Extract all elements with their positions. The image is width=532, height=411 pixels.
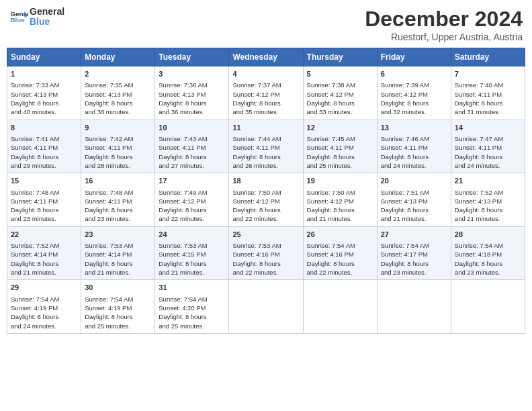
day-info-line: and 21 minutes.: [381, 214, 447, 223]
day-number: 1: [11, 69, 77, 79]
day-info-line: Daylight: 8 hours: [232, 205, 299, 214]
day-number: 6: [381, 69, 447, 79]
day-info-line: Sunset: 4:11 PM: [11, 143, 77, 152]
page-header: General Blue General Blue December 2024 …: [7, 7, 525, 42]
day-info-line: Daylight: 8 hours: [11, 152, 77, 161]
day-number: 27: [381, 230, 447, 240]
day-info-line: Sunrise: 7:53 AM: [85, 241, 151, 250]
day-info-line: Sunset: 4:13 PM: [455, 197, 521, 205]
day-info-line: Daylight: 8 hours: [232, 99, 299, 107]
day-info-line: Sunrise: 7:54 AM: [381, 241, 447, 250]
day-info-line: Sunrise: 7:48 AM: [85, 188, 151, 197]
day-info-line: Sunset: 4:16 PM: [232, 250, 299, 259]
day-info-line: Sunrise: 7:54 AM: [159, 295, 225, 304]
calendar-cell: [229, 280, 303, 334]
day-info-line: and 22 minutes.: [232, 268, 299, 277]
logo: General Blue General Blue: [9, 7, 64, 28]
day-info-line: Sunrise: 7:41 AM: [11, 134, 77, 143]
calendar-table: SundayMondayTuesdayWednesdayThursdayFrid…: [7, 48, 525, 334]
calendar-cell: 20Sunrise: 7:51 AMSunset: 4:13 PMDayligh…: [377, 173, 451, 227]
day-info-line: and 32 minutes.: [381, 107, 447, 116]
calendar-cell: 16Sunrise: 7:48 AMSunset: 4:11 PMDayligh…: [81, 173, 155, 227]
day-info-line: Sunset: 4:11 PM: [11, 197, 77, 205]
day-info-line: Sunset: 4:14 PM: [85, 250, 151, 259]
day-info-line: and 22 minutes.: [159, 214, 225, 223]
day-info-line: and 21 minutes.: [11, 268, 77, 277]
day-info-line: and 35 minutes.: [232, 107, 299, 116]
day-info-line: Sunset: 4:13 PM: [11, 90, 77, 99]
day-info-line: and 25 minutes.: [307, 161, 373, 170]
calendar-cell: [303, 280, 377, 334]
calendar-cell: 25Sunrise: 7:53 AMSunset: 4:16 PMDayligh…: [229, 226, 303, 280]
day-info-line: Sunrise: 7:53 AM: [159, 241, 225, 250]
day-number: 4: [232, 69, 299, 79]
day-number: 13: [381, 123, 447, 133]
day-info-line: Sunset: 4:11 PM: [307, 143, 373, 152]
day-info-line: and 23 minutes.: [381, 268, 447, 277]
day-number: 26: [307, 230, 373, 240]
calendar-cell: 28Sunrise: 7:54 AMSunset: 4:18 PMDayligh…: [451, 226, 525, 280]
calendar-cell: 22Sunrise: 7:52 AMSunset: 4:14 PMDayligh…: [7, 226, 81, 280]
calendar-cell: 31Sunrise: 7:54 AMSunset: 4:20 PMDayligh…: [155, 280, 229, 334]
day-number: 15: [11, 176, 77, 186]
day-info-line: and 29 minutes.: [11, 161, 77, 170]
day-info-line: Daylight: 8 hours: [159, 99, 225, 107]
day-info-line: Daylight: 8 hours: [455, 152, 521, 161]
day-info-line: and 23 minutes.: [455, 268, 521, 277]
day-info-line: and 21 minutes.: [307, 214, 373, 223]
day-info-line: Daylight: 8 hours: [232, 152, 299, 161]
day-info-line: and 23 minutes.: [85, 214, 151, 223]
day-info-line: Sunset: 4:13 PM: [85, 90, 151, 99]
day-info-line: and 25 minutes.: [159, 322, 225, 330]
day-info-line: Sunrise: 7:38 AM: [307, 81, 373, 89]
calendar-cell: 5Sunrise: 7:38 AMSunset: 4:12 PMDaylight…: [303, 66, 377, 120]
day-info-line: Sunset: 4:19 PM: [11, 304, 77, 312]
day-info-line: and 22 minutes.: [232, 214, 299, 223]
day-number: 14: [455, 123, 521, 133]
calendar-cell: 18Sunrise: 7:50 AMSunset: 4:12 PMDayligh…: [229, 173, 303, 227]
day-info-line: and 21 minutes.: [455, 214, 521, 223]
day-info-line: Sunset: 4:11 PM: [455, 143, 521, 152]
day-number: 22: [11, 230, 77, 240]
calendar-cell: 26Sunrise: 7:54 AMSunset: 4:16 PMDayligh…: [303, 226, 377, 280]
day-number: 8: [11, 123, 77, 133]
day-info-line: Daylight: 8 hours: [307, 205, 373, 214]
day-info-line: Daylight: 8 hours: [159, 152, 225, 161]
day-info-line: Sunrise: 7:39 AM: [381, 81, 447, 89]
day-info-line: and 31 minutes.: [455, 107, 521, 116]
day-number: 31: [159, 283, 225, 293]
day-info-line: Sunset: 4:20 PM: [159, 304, 225, 312]
day-info-line: and 23 minutes.: [11, 214, 77, 223]
week-row-4: 22Sunrise: 7:52 AMSunset: 4:14 PMDayligh…: [7, 226, 525, 280]
day-info-line: Daylight: 8 hours: [85, 99, 151, 107]
svg-text:Blue: Blue: [10, 17, 25, 24]
day-info-line: Sunset: 4:12 PM: [307, 197, 373, 205]
calendar-cell: [451, 280, 525, 334]
day-info-line: and 36 minutes.: [159, 107, 225, 116]
calendar-cell: 29Sunrise: 7:54 AMSunset: 4:19 PMDayligh…: [7, 280, 81, 334]
day-number: 10: [159, 123, 225, 133]
calendar-cell: 17Sunrise: 7:49 AMSunset: 4:12 PMDayligh…: [155, 173, 229, 227]
day-number: 29: [11, 283, 77, 293]
calendar-cell: 23Sunrise: 7:53 AMSunset: 4:14 PMDayligh…: [81, 226, 155, 280]
day-info-line: Daylight: 8 hours: [381, 205, 447, 214]
day-info-line: and 22 minutes.: [307, 268, 373, 277]
day-number: 25: [232, 230, 299, 240]
day-info-line: Daylight: 8 hours: [307, 152, 373, 161]
day-info-line: Sunrise: 7:51 AM: [381, 188, 447, 197]
calendar-cell: 19Sunrise: 7:50 AMSunset: 4:12 PMDayligh…: [303, 173, 377, 227]
day-info-line: Sunrise: 7:54 AM: [307, 241, 373, 250]
day-info-line: Daylight: 8 hours: [232, 259, 299, 268]
calendar-cell: 24Sunrise: 7:53 AMSunset: 4:15 PMDayligh…: [155, 226, 229, 280]
calendar-cell: 27Sunrise: 7:54 AMSunset: 4:17 PMDayligh…: [377, 226, 451, 280]
week-row-5: 29Sunrise: 7:54 AMSunset: 4:19 PMDayligh…: [7, 280, 525, 334]
day-info-line: Sunrise: 7:43 AM: [159, 134, 225, 143]
calendar-cell: 2Sunrise: 7:35 AMSunset: 4:13 PMDaylight…: [81, 66, 155, 120]
day-info-line: and 38 minutes.: [85, 107, 151, 116]
calendar-cell: 10Sunrise: 7:43 AMSunset: 4:11 PMDayligh…: [155, 120, 229, 173]
calendar-cell: 12Sunrise: 7:45 AMSunset: 4:11 PMDayligh…: [303, 120, 377, 173]
day-info-line: Sunrise: 7:54 AM: [11, 295, 77, 304]
calendar-cell: [377, 280, 451, 334]
day-info-line: Sunset: 4:12 PM: [381, 90, 447, 99]
day-info-line: Sunrise: 7:48 AM: [11, 188, 77, 197]
